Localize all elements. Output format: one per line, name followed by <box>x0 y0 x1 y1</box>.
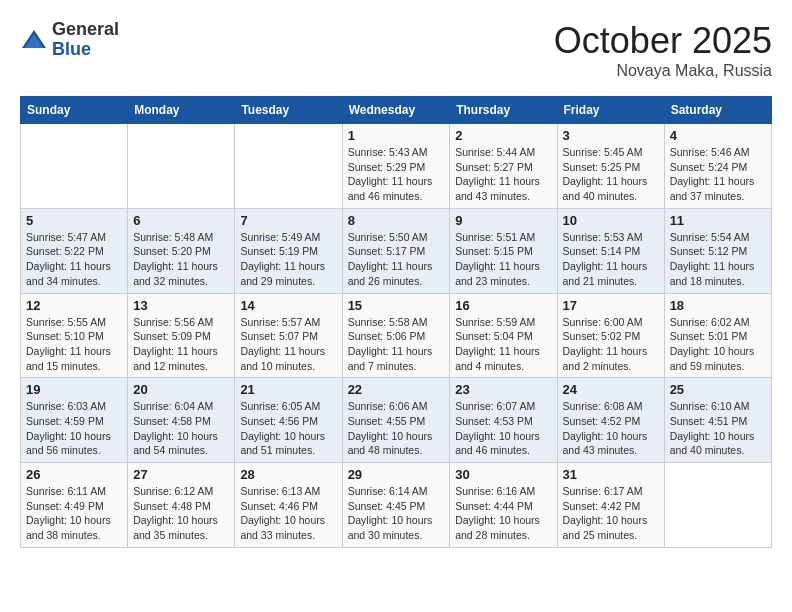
weekday-header-tuesday: Tuesday <box>235 97 342 124</box>
weekday-header-thursday: Thursday <box>450 97 557 124</box>
day-info: Sunrise: 5:57 AM Sunset: 5:07 PM Dayligh… <box>240 315 336 374</box>
day-number: 10 <box>563 213 659 228</box>
day-number: 14 <box>240 298 336 313</box>
day-info: Sunrise: 6:03 AM Sunset: 4:59 PM Dayligh… <box>26 399 122 458</box>
day-number: 31 <box>563 467 659 482</box>
day-number: 3 <box>563 128 659 143</box>
day-info: Sunrise: 5:54 AM Sunset: 5:12 PM Dayligh… <box>670 230 766 289</box>
day-number: 12 <box>26 298 122 313</box>
day-number: 9 <box>455 213 551 228</box>
calendar-cell: 27Sunrise: 6:12 AM Sunset: 4:48 PM Dayli… <box>128 463 235 548</box>
calendar-week-2: 5Sunrise: 5:47 AM Sunset: 5:22 PM Daylig… <box>21 208 772 293</box>
calendar-cell <box>21 124 128 209</box>
page-header: General Blue October 2025 Novaya Maka, R… <box>20 20 772 80</box>
day-info: Sunrise: 6:11 AM Sunset: 4:49 PM Dayligh… <box>26 484 122 543</box>
day-info: Sunrise: 5:58 AM Sunset: 5:06 PM Dayligh… <box>348 315 445 374</box>
day-number: 23 <box>455 382 551 397</box>
calendar-cell: 16Sunrise: 5:59 AM Sunset: 5:04 PM Dayli… <box>450 293 557 378</box>
day-info: Sunrise: 6:13 AM Sunset: 4:46 PM Dayligh… <box>240 484 336 543</box>
day-number: 2 <box>455 128 551 143</box>
day-info: Sunrise: 5:49 AM Sunset: 5:19 PM Dayligh… <box>240 230 336 289</box>
day-number: 27 <box>133 467 229 482</box>
day-number: 22 <box>348 382 445 397</box>
day-number: 1 <box>348 128 445 143</box>
day-info: Sunrise: 6:08 AM Sunset: 4:52 PM Dayligh… <box>563 399 659 458</box>
calendar-week-5: 26Sunrise: 6:11 AM Sunset: 4:49 PM Dayli… <box>21 463 772 548</box>
day-info: Sunrise: 5:51 AM Sunset: 5:15 PM Dayligh… <box>455 230 551 289</box>
calendar-cell <box>128 124 235 209</box>
calendar-cell: 1Sunrise: 5:43 AM Sunset: 5:29 PM Daylig… <box>342 124 450 209</box>
day-info: Sunrise: 5:44 AM Sunset: 5:27 PM Dayligh… <box>455 145 551 204</box>
day-info: Sunrise: 6:10 AM Sunset: 4:51 PM Dayligh… <box>670 399 766 458</box>
calendar-cell: 29Sunrise: 6:14 AM Sunset: 4:45 PM Dayli… <box>342 463 450 548</box>
day-number: 28 <box>240 467 336 482</box>
day-info: Sunrise: 6:05 AM Sunset: 4:56 PM Dayligh… <box>240 399 336 458</box>
day-info: Sunrise: 5:50 AM Sunset: 5:17 PM Dayligh… <box>348 230 445 289</box>
day-number: 8 <box>348 213 445 228</box>
day-info: Sunrise: 5:55 AM Sunset: 5:10 PM Dayligh… <box>26 315 122 374</box>
day-info: Sunrise: 6:04 AM Sunset: 4:58 PM Dayligh… <box>133 399 229 458</box>
day-info: Sunrise: 6:14 AM Sunset: 4:45 PM Dayligh… <box>348 484 445 543</box>
month-title: October 2025 <box>554 20 772 62</box>
day-info: Sunrise: 6:07 AM Sunset: 4:53 PM Dayligh… <box>455 399 551 458</box>
day-number: 19 <box>26 382 122 397</box>
calendar-table: SundayMondayTuesdayWednesdayThursdayFrid… <box>20 96 772 548</box>
calendar-week-3: 12Sunrise: 5:55 AM Sunset: 5:10 PM Dayli… <box>21 293 772 378</box>
day-number: 13 <box>133 298 229 313</box>
calendar-cell: 3Sunrise: 5:45 AM Sunset: 5:25 PM Daylig… <box>557 124 664 209</box>
day-info: Sunrise: 5:45 AM Sunset: 5:25 PM Dayligh… <box>563 145 659 204</box>
calendar-cell <box>664 463 771 548</box>
calendar-cell: 24Sunrise: 6:08 AM Sunset: 4:52 PM Dayli… <box>557 378 664 463</box>
calendar-cell: 26Sunrise: 6:11 AM Sunset: 4:49 PM Dayli… <box>21 463 128 548</box>
calendar-cell: 21Sunrise: 6:05 AM Sunset: 4:56 PM Dayli… <box>235 378 342 463</box>
calendar-cell: 17Sunrise: 6:00 AM Sunset: 5:02 PM Dayli… <box>557 293 664 378</box>
day-info: Sunrise: 6:17 AM Sunset: 4:42 PM Dayligh… <box>563 484 659 543</box>
day-number: 20 <box>133 382 229 397</box>
logo-general: General <box>52 20 119 40</box>
calendar-week-4: 19Sunrise: 6:03 AM Sunset: 4:59 PM Dayli… <box>21 378 772 463</box>
calendar-cell: 8Sunrise: 5:50 AM Sunset: 5:17 PM Daylig… <box>342 208 450 293</box>
day-info: Sunrise: 5:48 AM Sunset: 5:20 PM Dayligh… <box>133 230 229 289</box>
calendar-cell: 25Sunrise: 6:10 AM Sunset: 4:51 PM Dayli… <box>664 378 771 463</box>
calendar-cell: 10Sunrise: 5:53 AM Sunset: 5:14 PM Dayli… <box>557 208 664 293</box>
day-number: 26 <box>26 467 122 482</box>
day-number: 5 <box>26 213 122 228</box>
day-info: Sunrise: 5:46 AM Sunset: 5:24 PM Dayligh… <box>670 145 766 204</box>
day-info: Sunrise: 6:02 AM Sunset: 5:01 PM Dayligh… <box>670 315 766 374</box>
title-block: October 2025 Novaya Maka, Russia <box>554 20 772 80</box>
day-number: 25 <box>670 382 766 397</box>
day-number: 16 <box>455 298 551 313</box>
day-number: 11 <box>670 213 766 228</box>
logo-text: General Blue <box>52 20 119 60</box>
calendar-cell: 4Sunrise: 5:46 AM Sunset: 5:24 PM Daylig… <box>664 124 771 209</box>
day-info: Sunrise: 6:06 AM Sunset: 4:55 PM Dayligh… <box>348 399 445 458</box>
calendar-week-1: 1Sunrise: 5:43 AM Sunset: 5:29 PM Daylig… <box>21 124 772 209</box>
day-number: 29 <box>348 467 445 482</box>
calendar-cell: 7Sunrise: 5:49 AM Sunset: 5:19 PM Daylig… <box>235 208 342 293</box>
calendar-cell: 11Sunrise: 5:54 AM Sunset: 5:12 PM Dayli… <box>664 208 771 293</box>
calendar-cell: 5Sunrise: 5:47 AM Sunset: 5:22 PM Daylig… <box>21 208 128 293</box>
calendar-cell: 31Sunrise: 6:17 AM Sunset: 4:42 PM Dayli… <box>557 463 664 548</box>
day-number: 7 <box>240 213 336 228</box>
day-info: Sunrise: 5:47 AM Sunset: 5:22 PM Dayligh… <box>26 230 122 289</box>
calendar-cell: 14Sunrise: 5:57 AM Sunset: 5:07 PM Dayli… <box>235 293 342 378</box>
day-number: 24 <box>563 382 659 397</box>
day-number: 17 <box>563 298 659 313</box>
calendar-cell: 15Sunrise: 5:58 AM Sunset: 5:06 PM Dayli… <box>342 293 450 378</box>
day-info: Sunrise: 5:56 AM Sunset: 5:09 PM Dayligh… <box>133 315 229 374</box>
calendar-cell: 23Sunrise: 6:07 AM Sunset: 4:53 PM Dayli… <box>450 378 557 463</box>
day-number: 15 <box>348 298 445 313</box>
logo-blue: Blue <box>52 40 119 60</box>
weekday-header-row: SundayMondayTuesdayWednesdayThursdayFrid… <box>21 97 772 124</box>
day-number: 30 <box>455 467 551 482</box>
day-number: 6 <box>133 213 229 228</box>
calendar-cell: 20Sunrise: 6:04 AM Sunset: 4:58 PM Dayli… <box>128 378 235 463</box>
day-info: Sunrise: 5:53 AM Sunset: 5:14 PM Dayligh… <box>563 230 659 289</box>
calendar-cell: 19Sunrise: 6:03 AM Sunset: 4:59 PM Dayli… <box>21 378 128 463</box>
calendar-cell: 13Sunrise: 5:56 AM Sunset: 5:09 PM Dayli… <box>128 293 235 378</box>
location: Novaya Maka, Russia <box>554 62 772 80</box>
logo: General Blue <box>20 20 119 60</box>
weekday-header-monday: Monday <box>128 97 235 124</box>
weekday-header-wednesday: Wednesday <box>342 97 450 124</box>
day-number: 18 <box>670 298 766 313</box>
